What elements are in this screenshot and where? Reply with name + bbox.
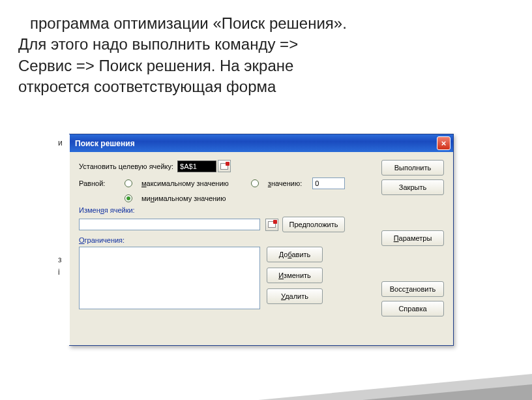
decorative-wedge bbox=[232, 341, 532, 400]
page-description: программа оптимизации «Поиск решения». Д… bbox=[0, 0, 532, 98]
range-picker-icon bbox=[220, 163, 228, 170]
change-button[interactable]: Изменить bbox=[267, 268, 323, 283]
radio-value-label: значению: bbox=[268, 179, 302, 187]
params-button[interactable]: Параметры bbox=[381, 230, 444, 246]
guess-button[interactable]: Предположить bbox=[282, 217, 345, 232]
solver-dialog: и з і Поиск решения × Установить целевую… bbox=[69, 134, 454, 346]
heading-line-3: Сервис => Поиск решения. На экране bbox=[18, 57, 293, 74]
close-icon[interactable]: × bbox=[437, 136, 451, 150]
run-button[interactable]: Выполнить bbox=[381, 160, 444, 176]
radio-max[interactable] bbox=[125, 179, 132, 187]
target-cell-input[interactable] bbox=[177, 161, 216, 172]
radio-min[interactable] bbox=[125, 194, 132, 202]
delete-button[interactable]: Удалить bbox=[267, 288, 323, 304]
dialog-right-buttons: Выполнить Закрыть Параметры Восстановить… bbox=[381, 160, 444, 316]
changing-cells-input[interactable] bbox=[79, 219, 260, 230]
range-picker-button[interactable] bbox=[218, 160, 231, 172]
background-sliver: и з і bbox=[64, 134, 70, 345]
radio-value[interactable] bbox=[251, 179, 259, 187]
equal-to-label: Равной: bbox=[79, 179, 118, 187]
help-button[interactable]: Справка bbox=[381, 301, 444, 316]
value-input[interactable] bbox=[312, 177, 345, 189]
radio-min-label: минимальному значению bbox=[141, 194, 226, 202]
add-button[interactable]: Добавить bbox=[267, 247, 323, 262]
range-picker-icon bbox=[268, 221, 276, 228]
close-button[interactable]: Закрыть bbox=[381, 179, 444, 195]
target-cell-label: Установить целевую ячейку: bbox=[79, 162, 173, 170]
range-picker-button-2[interactable] bbox=[265, 219, 278, 231]
radio-max-label: ммаксимальному значениюаксимальному знач… bbox=[141, 179, 229, 187]
heading-line-1: программа оптимизации «Поиск решения». bbox=[30, 14, 347, 32]
constraints-listbox[interactable] bbox=[79, 247, 260, 309]
dialog-titlebar[interactable]: Поиск решения × bbox=[70, 134, 453, 152]
heading-line-2: Для этого надо выполнить команду => bbox=[18, 35, 298, 53]
dialog-title: Поиск решения bbox=[75, 139, 135, 148]
heading-line-4: откроется соответствующая форма bbox=[18, 78, 276, 95]
restore-button[interactable]: Восстановить bbox=[381, 281, 444, 297]
